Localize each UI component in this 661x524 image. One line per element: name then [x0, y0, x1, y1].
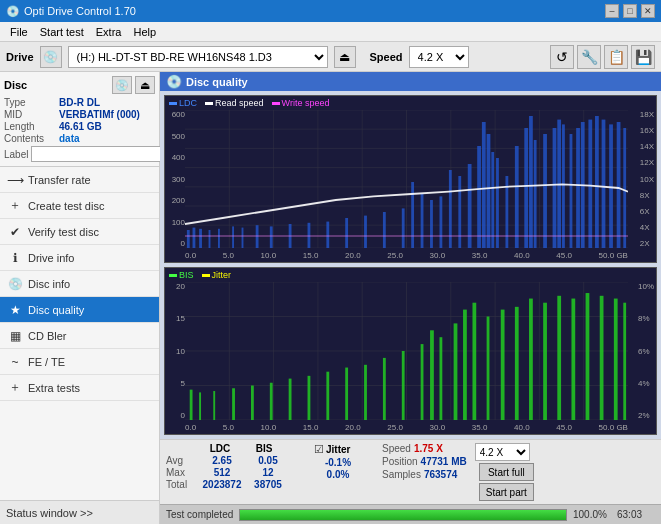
svg-rect-51	[553, 128, 557, 248]
disc-type-row: Type BD-R DL	[4, 97, 155, 108]
sidebar-item-extra-tests[interactable]: ＋ Extra tests	[0, 375, 159, 401]
disc-label-input[interactable]	[31, 146, 164, 162]
svg-rect-25	[270, 226, 273, 248]
sidebar-item-disc-quality[interactable]: ★ Disc quality	[0, 297, 159, 323]
menu-help[interactable]: Help	[127, 25, 162, 39]
drive-info-icon: ℹ	[6, 249, 24, 267]
svg-rect-85	[308, 376, 311, 420]
start-full-button[interactable]: Start full	[479, 463, 534, 481]
settings-button[interactable]: 🔧	[577, 45, 601, 69]
length-label: Length	[4, 121, 59, 132]
jitter-legend-label: Jitter	[212, 270, 232, 280]
disc-quality-title: Disc quality	[186, 76, 248, 88]
disc-action-button[interactable]: ⏏	[135, 76, 155, 94]
ldc-chart: LDC Read speed Write speed 600 500 400	[164, 95, 657, 263]
samples-row: Samples 763574	[382, 469, 467, 480]
info-button[interactable]: 📋	[604, 45, 628, 69]
ldc-legend-dot	[169, 102, 177, 105]
progress-area: Test completed 100.0% 63:03	[160, 504, 661, 524]
svg-rect-24	[256, 225, 259, 248]
samples-label: Samples	[382, 469, 421, 480]
disc-label-row: Label 🔍	[4, 146, 155, 162]
jitter-checkbox[interactable]: ☑	[314, 443, 324, 456]
sidebar-item-disc-info[interactable]: 💿 Disc info	[0, 271, 159, 297]
svg-rect-90	[402, 351, 405, 420]
progress-bar-fill	[240, 510, 566, 520]
svg-rect-86	[326, 372, 329, 420]
avg-row: Avg 2.65 0.05	[166, 455, 306, 466]
svg-rect-79	[199, 392, 201, 420]
bis-legend-label: BIS	[179, 270, 194, 280]
speed-select-small[interactable]: 4.2 X	[475, 443, 530, 461]
svg-rect-34	[421, 194, 424, 248]
ldc-legend-label: LDC	[179, 98, 197, 108]
refresh-button[interactable]: ↺	[550, 45, 574, 69]
menu-extra[interactable]: Extra	[90, 25, 128, 39]
sidebar-item-cd-bler[interactable]: ▦ CD Bler	[0, 323, 159, 349]
extra-tests-icon: ＋	[6, 379, 24, 397]
start-part-button[interactable]: Start part	[479, 483, 534, 501]
svg-rect-105	[600, 296, 604, 420]
eject-button[interactable]: ⏏	[334, 46, 356, 68]
drive-select[interactable]: (H:) HL-DT-ST BD-RE WH16NS48 1.D3	[68, 46, 328, 68]
status-window-button[interactable]: Status window >>	[0, 500, 159, 524]
speed-row: Speed 1.75 X	[382, 443, 467, 454]
svg-rect-20	[209, 230, 211, 248]
legend-bis: BIS	[169, 270, 194, 280]
svg-rect-94	[454, 323, 458, 420]
svg-rect-39	[468, 164, 472, 248]
ldc-y-left: 600 500 400 300 200 100 0	[167, 110, 185, 248]
svg-rect-49	[534, 140, 537, 248]
svg-rect-82	[251, 386, 254, 421]
svg-rect-44	[496, 158, 499, 248]
svg-rect-104	[586, 293, 590, 420]
svg-rect-54	[570, 134, 573, 248]
minimize-button[interactable]: –	[605, 4, 619, 18]
svg-rect-58	[595, 116, 599, 248]
sidebar-item-transfer-rate[interactable]: ⟶ Transfer rate	[0, 167, 159, 193]
avg-jitter-row: -0.1%	[314, 457, 374, 468]
sidebar-label-verify-test-disc: Verify test disc	[28, 226, 99, 238]
fe-te-icon: ~	[6, 353, 24, 371]
ldc-chart-svg	[185, 110, 628, 248]
svg-rect-88	[364, 365, 367, 420]
window-controls: – □ ✕	[605, 4, 655, 18]
main-layout: Disc 💿 ⏏ Type BD-R DL MID VERBATIMf (000…	[0, 72, 661, 524]
close-button[interactable]: ✕	[641, 4, 655, 18]
svg-rect-32	[402, 208, 405, 248]
svg-rect-102	[557, 296, 561, 420]
progress-bar	[239, 509, 567, 521]
legend-read-speed: Read speed	[205, 98, 264, 108]
sidebar-item-drive-info[interactable]: ℹ Drive info	[0, 245, 159, 271]
maximize-button[interactable]: □	[623, 4, 637, 18]
svg-rect-59	[602, 120, 606, 248]
drive-bar: Drive 💿 (H:) HL-DT-ST BD-RE WH16NS48 1.D…	[0, 42, 661, 72]
svg-rect-93	[439, 337, 442, 420]
svg-rect-97	[487, 317, 490, 421]
status-window-label: Status window >>	[6, 507, 93, 519]
bis-col-header: BIS	[244, 443, 284, 454]
ldc-x-axis: 0.05.010.015.020.025.030.035.040.045.050…	[185, 251, 628, 260]
sidebar-label-create-test-disc: Create test disc	[28, 200, 104, 212]
save-button[interactable]: 💾	[631, 45, 655, 69]
contents-label: Contents	[4, 133, 59, 144]
sidebar-label-disc-quality: Disc quality	[28, 304, 84, 316]
sidebar-item-verify-test-disc[interactable]: ✔ Verify test disc	[0, 219, 159, 245]
svg-rect-106	[614, 299, 618, 420]
type-label: Type	[4, 97, 59, 108]
sidebar-item-fe-te[interactable]: ~ FE / TE	[0, 349, 159, 375]
disc-eject-button[interactable]: 💿	[112, 76, 132, 94]
disc-quality-header-icon: 💿	[166, 74, 182, 89]
content-area: 💿 Disc quality LDC Read speed	[160, 72, 661, 524]
sidebar-item-create-test-disc[interactable]: ＋ Create test disc	[0, 193, 159, 219]
disc-panel-title: Disc	[4, 79, 27, 91]
speed-stat-value: 1.75 X	[414, 443, 443, 454]
menu-file[interactable]: File	[4, 25, 34, 39]
svg-rect-18	[193, 228, 196, 248]
menu-start-test[interactable]: Start test	[34, 25, 90, 39]
speed-select[interactable]: 4.2 X	[409, 46, 469, 68]
start-buttons: Start full Start part	[479, 463, 534, 501]
progress-percent: 100.0%	[573, 509, 611, 520]
app-icon: 💿	[6, 5, 20, 18]
max-bis: 12	[248, 467, 288, 478]
